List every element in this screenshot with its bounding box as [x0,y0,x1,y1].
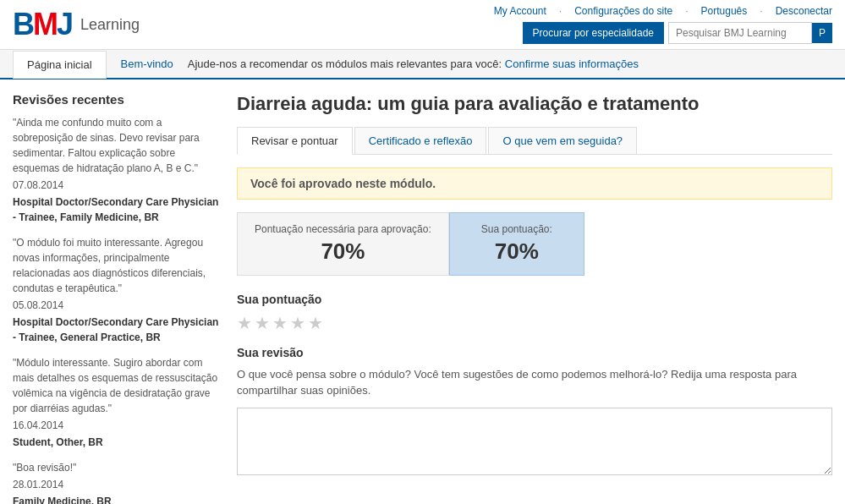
module-title: Diarreia aguda: um guia para avaliação e… [237,92,832,117]
star-1[interactable]: ★ [237,313,252,333]
your-score-label: Sua pontuação [237,293,832,306]
achieved-score-value: 70% [467,238,567,265]
list-item: "O módulo foi muito interessante. Agrego… [13,235,224,345]
review-description: O que você pensa sobre o módulo? Você te… [237,366,832,399]
top-nav: BMJ Learning My Account · Configurações … [0,0,845,50]
review-author: Hospital Doctor/Secondary Care Physician… [13,315,224,345]
top-links: My Account · Configurações do site · Por… [494,5,832,17]
configuracoes-link[interactable]: Configurações do site [574,5,672,17]
required-score-label: Pontuação necessária para aprovação: [255,223,431,235]
main-content: Revisões recentes "Ainda me confundo mui… [0,79,845,504]
top-right: My Account · Configurações do site · Por… [494,5,832,44]
sidebar-title: Revisões recentes [13,92,224,107]
sidebar: Revisões recentes "Ainda me confundo mui… [13,92,237,504]
tab-certificate[interactable]: Certificado e reflexão [354,127,487,154]
list-item: "Módulo interessante. Sugiro abordar com… [13,355,224,450]
your-review-label: Sua revisão [237,346,832,359]
star-5[interactable]: ★ [308,313,323,333]
search-wrap: P [668,22,832,44]
portugues-link[interactable]: Português [701,5,748,17]
achieved-score-label: Sua pontuação: [467,223,567,235]
required-score-box: Pontuação necessária para aprovação: 70% [237,212,449,276]
review-date: 28.01.2014 [13,477,224,492]
bmj-logo: BMJ [13,9,72,40]
content-tabs: Revisar e pontuar Certificado e reflexão… [237,127,832,155]
tab-next[interactable]: O que vem em seguida? [488,127,637,154]
achieved-score-box: Sua pontuação: 70% [449,212,584,276]
review-author: Family Medicine, BR [13,494,224,504]
tab-review-score[interactable]: Revisar e pontuar [237,127,353,155]
tab-home[interactable]: Página inicial [13,51,107,79]
review-date: 07.08.2014 [13,178,224,193]
tab-welcome[interactable]: Bem-vindo [107,50,188,78]
review-author: Student, Other, BR [13,435,224,450]
specialty-button[interactable]: Procurar por especialidade [523,22,664,44]
star-rating[interactable]: ★ ★ ★ ★ ★ [237,313,832,333]
review-quote: "O módulo foi muito interessante. Agrego… [13,235,224,296]
list-item: "Boa revisão!" 28.01.2014 Family Medicin… [13,460,224,504]
search-row: Procurar por especialidade P [523,22,832,44]
search-input[interactable] [668,22,812,44]
review-quote: "Módulo interessante. Sugiro abordar com… [13,355,224,416]
approval-banner: Você foi aprovado neste módulo. [237,167,832,200]
list-item: "Ainda me confundo muito com a sobreposi… [13,115,224,225]
my-account-link[interactable]: My Account [494,5,546,17]
review-date: 16.04.2014 [13,418,224,433]
review-textarea[interactable] [237,408,832,475]
learning-logo: Learning [80,16,140,34]
confirm-link[interactable]: Confirme suas informações [505,58,639,70]
welcome-message-area: Ajude-nos a recomendar os módulos mais r… [188,51,832,77]
review-author: Hospital Doctor/Secondary Care Physician… [13,194,224,225]
content-panel: Diarreia aguda: um guia para avaliação e… [237,92,832,504]
star-2[interactable]: ★ [255,313,270,333]
star-4[interactable]: ★ [290,313,305,333]
search-button[interactable]: P [812,23,832,43]
review-section: Sua revisão O que você pensa sobre o mód… [237,346,832,478]
nav-tabs-bar: Página inicial Bem-vindo Ajude-nos a rec… [0,50,845,79]
review-date: 05.08.2014 [13,298,224,313]
required-score-value: 70% [255,238,431,265]
score-row: Pontuação necessária para aprovação: 70%… [237,212,832,276]
logo-area: BMJ Learning [13,9,140,40]
review-quote: "Boa revisão!" [13,460,224,475]
desconectar-link[interactable]: Desconectar [776,5,832,17]
star-3[interactable]: ★ [272,313,288,333]
review-quote: "Ainda me confundo muito com a sobreposi… [13,115,224,176]
